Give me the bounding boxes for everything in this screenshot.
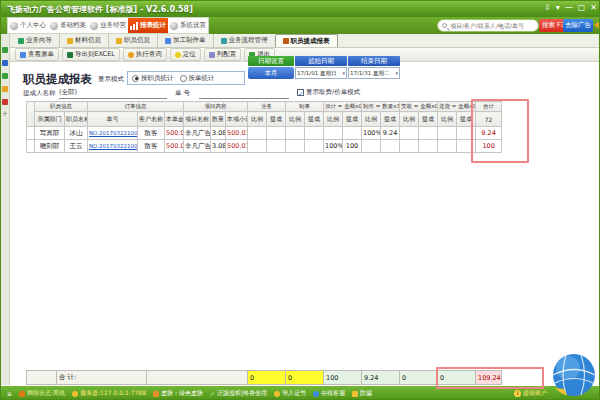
online-support-button[interactable]: 在线客服 <box>313 389 345 398</box>
row-selector[interactable] <box>27 127 35 140</box>
nav-personal-center[interactable]: 个人中心 <box>8 18 48 33</box>
run-query-button[interactable]: 执行查询 <box>123 48 167 61</box>
dock-add-icon[interactable]: + <box>2 110 8 118</box>
col-order-no[interactable]: 单号 <box>88 112 138 127</box>
col-commission[interactable]: 提成 <box>381 112 400 127</box>
dock-red-icon[interactable] <box>2 99 8 105</box>
export-excel-button[interactable]: 导出到EXCEL <box>62 48 120 61</box>
col-commission[interactable]: 提成 <box>343 112 362 127</box>
end-date-picker[interactable]: 17/1/31 星期二 ▾ <box>348 67 400 79</box>
col-ratio[interactable]: 比例 <box>362 112 381 127</box>
dock-orange-icon[interactable] <box>2 86 8 92</box>
menu-icon[interactable]: ≡ <box>7 390 12 397</box>
col-order-amount[interactable]: 本单金额 <box>165 112 184 127</box>
staff-filter-input[interactable]: (全部) <box>59 88 167 99</box>
anti-fraud-button[interactable]: 防骗 <box>352 389 372 398</box>
col-qty[interactable]: 数量 <box>211 112 226 127</box>
order-form-icon <box>165 38 171 44</box>
support-person-icon <box>313 391 319 397</box>
main-nav-bar: 个人中心 基础档案 业务经营 报表统计 系统设置 搜索 F3 去 <box>1 17 600 34</box>
nav-business[interactable]: 业务经营 <box>88 18 128 33</box>
col-customer[interactable]: 客户名称 <box>138 112 165 127</box>
radio-by-staff[interactable]: 按职员统计 <box>132 74 174 83</box>
cell <box>381 140 400 153</box>
update-icon[interactable]: ⇩ <box>544 3 551 13</box>
col-staff-name[interactable]: 职员名称 <box>65 112 88 127</box>
order-link[interactable]: NO.2017032210032 <box>89 143 138 149</box>
nav-system-settings[interactable]: 系统设置 <box>168 18 208 33</box>
minimize-button[interactable]: — <box>565 3 573 13</box>
table-group-header-row: 职员信息 订单信息 项目内容 业务 制单 设计 = 金额x0.2 制作 = 数量… <box>27 102 502 112</box>
tab-business-wizard[interactable]: 业务向导 <box>11 34 59 47</box>
tab-commission-report[interactable]: 职员提成报表 <box>275 34 338 47</box>
remove-ads-button[interactable]: 去除广告 <box>563 19 593 32</box>
col-department[interactable]: 所属部门 <box>35 112 65 127</box>
date-preset-dropdown[interactable]: 本月 <box>248 67 294 79</box>
col-commission[interactable]: 提成 <box>305 112 324 127</box>
staff-icon <box>116 38 122 44</box>
summary-order-entry: 0 <box>286 371 324 385</box>
col-ratio[interactable]: 比例 <box>438 112 457 127</box>
display-mode-group: 按职员统计 按单统计 <box>127 71 245 85</box>
global-search <box>437 19 539 32</box>
start-date-picker[interactable]: 17/1/01 星期日 ▾ <box>295 67 347 79</box>
cell <box>286 127 305 140</box>
tab-staff-info[interactable]: 职员信息 <box>108 34 157 47</box>
col-commission[interactable]: 提成 <box>419 112 438 127</box>
status-bar: ≡ 网络状态:离线 服务器:127.0.0.1:7788 皮肤：绿色皮肤 ✓ 正… <box>1 386 600 400</box>
cell <box>267 140 286 153</box>
col-subtotal[interactable]: 本项小计 <box>226 112 248 127</box>
col-ratio[interactable]: 比例 <box>286 112 305 127</box>
page-title: 职员提成报表 <box>23 72 92 87</box>
radio-by-order[interactable]: 按单统计 <box>180 74 215 83</box>
summary-blank <box>27 371 57 385</box>
dock-green2-icon[interactable] <box>2 73 8 79</box>
order-filter-input[interactable] <box>199 88 289 99</box>
skin-icon[interactable]: ▾ <box>556 3 560 13</box>
cell-staff-name: 王云 <box>65 140 88 153</box>
super-account[interactable]: i 超级账户 <box>514 389 547 398</box>
view-original-order-button[interactable]: 查看原单 <box>15 48 59 61</box>
col-project-name[interactable]: 项目名称 <box>184 112 211 127</box>
filter-row: 提成人名称 (全部) 单 号 ✓ 显示取费/价单模式 <box>23 88 583 100</box>
close-button[interactable]: ✕ <box>590 3 597 13</box>
briefcase-icon <box>90 22 98 30</box>
col-total-header[interactable]: 72 <box>476 112 502 127</box>
date-setting-button[interactable]: 日期设置 <box>248 56 294 66</box>
search-input[interactable] <box>450 22 534 29</box>
cell <box>267 127 286 140</box>
col-ratio[interactable]: 比例 <box>400 112 419 127</box>
dock-green-icon[interactable] <box>2 47 8 53</box>
table-row[interactable]: 雕刻部 王云 NO.2017032210032 散客 500.01 非凡广告 3… <box>27 140 502 153</box>
row-selector[interactable] <box>27 140 35 153</box>
col-commission[interactable]: 提成 <box>267 112 286 127</box>
cell <box>438 127 457 140</box>
tab-production-order[interactable]: 加工制作单 <box>157 34 213 47</box>
cell-subtotal: 500.01 <box>226 127 248 140</box>
palette-icon <box>153 391 159 397</box>
order-link[interactable]: NO.2017032210032 <box>89 130 138 136</box>
dock-blue-icon[interactable] <box>2 60 8 66</box>
cell-staff-name: 冰山 <box>65 127 88 140</box>
group-sales: 业务 <box>248 102 286 112</box>
lock-icon <box>352 391 358 397</box>
tab-material-info[interactable]: 材料信息 <box>59 34 108 47</box>
table-row[interactable]: 写真部 冰山 NO.2017032210032 散客 500.01 非凡广告 3… <box>27 127 502 140</box>
nav-report-statistics[interactable]: 报表统计 <box>128 18 168 33</box>
network-status: 网络状态:离线 <box>19 389 65 398</box>
summary-install: 0 <box>400 371 438 385</box>
column-config-button[interactable]: 列配置 <box>204 48 242 61</box>
tab-business-process[interactable]: 业务流程管理 <box>213 34 275 47</box>
cell <box>457 140 476 153</box>
skin-setting[interactable]: 皮肤：绿色皮肤 <box>153 389 203 398</box>
show-option-checkbox[interactable]: ✓ 显示取费/价单模式 <box>297 88 360 97</box>
locate-button[interactable]: 定位 <box>170 48 201 61</box>
table-sub-header-row: 所属部门 职员名称 单号 客户名称 本单金额 项目名称 数量 本项小计 比例 提… <box>27 112 502 127</box>
col-ratio[interactable]: 比例 <box>324 112 343 127</box>
col-commission[interactable]: 提成 <box>457 112 476 127</box>
maximize-button[interactable]: ▢ <box>578 3 586 13</box>
import-certificate-button[interactable]: 导入证书 <box>274 389 306 398</box>
col-ratio[interactable]: 比例 <box>248 112 267 127</box>
nav-base-archives[interactable]: 基础档案 <box>48 18 88 33</box>
summary-row: 合 计: 0 0 100 9.24 0 0 109.24 <box>26 370 502 385</box>
